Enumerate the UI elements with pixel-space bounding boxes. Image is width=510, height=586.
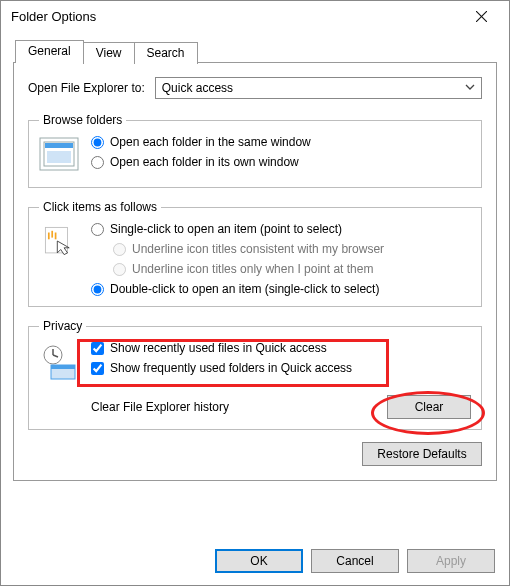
tab-search[interactable]: Search <box>134 42 198 64</box>
window-title: Folder Options <box>11 9 461 24</box>
radio-open-same-input[interactable] <box>91 136 104 149</box>
open-explorer-combo[interactable]: Quick access <box>155 77 482 99</box>
checkbox-recent-files[interactable]: Show recently used files in Quick access <box>91 341 471 355</box>
svg-rect-11 <box>51 365 75 369</box>
clear-button[interactable]: Clear <box>387 395 471 419</box>
restore-row: Restore Defaults <box>28 442 482 466</box>
radio-open-same-label: Open each folder in the same window <box>110 135 311 149</box>
restore-defaults-button[interactable]: Restore Defaults <box>362 442 482 466</box>
folder-options-dialog: Folder Options General View Search Open … <box>0 0 510 586</box>
client-area: General View Search Open File Explorer t… <box>1 31 509 539</box>
group-privacy-legend: Privacy <box>39 319 86 333</box>
checkbox-frequent-folders[interactable]: Show frequently used folders in Quick ac… <box>91 361 471 375</box>
radio-double-click-label: Double-click to open an item (single-cli… <box>110 282 379 296</box>
checkbox-frequent-folders-label: Show frequently used folders in Quick ac… <box>110 361 352 375</box>
svg-rect-4 <box>45 143 73 148</box>
checkbox-frequent-folders-input[interactable] <box>91 362 104 375</box>
radio-open-own-window[interactable]: Open each folder in its own window <box>91 155 471 169</box>
checkbox-recent-files-input[interactable] <box>91 342 104 355</box>
chevron-down-icon <box>465 81 475 95</box>
tab-strip: General View Search <box>15 39 497 62</box>
radio-underline-browser: Underline icon titles consistent with my… <box>113 242 471 256</box>
radio-open-own-input[interactable] <box>91 156 104 169</box>
close-button[interactable] <box>461 2 501 30</box>
tab-view[interactable]: View <box>83 42 135 64</box>
group-click-items: Click items as follows <box>28 200 482 307</box>
titlebar: Folder Options <box>1 1 509 31</box>
radio-underline-hover: Underline icon titles only when I point … <box>113 262 471 276</box>
radio-single-click-label: Single-click to open an item (point to s… <box>110 222 342 236</box>
tab-general[interactable]: General <box>15 40 84 63</box>
radio-underline-browser-label: Underline icon titles consistent with my… <box>132 242 384 256</box>
radio-open-same-window[interactable]: Open each folder in the same window <box>91 135 471 149</box>
cancel-button[interactable]: Cancel <box>311 549 399 573</box>
browse-icon <box>39 137 79 177</box>
radio-open-own-label: Open each folder in its own window <box>110 155 299 169</box>
radio-single-click-input[interactable] <box>91 223 104 236</box>
open-explorer-label: Open File Explorer to: <box>28 81 145 95</box>
clear-history-label: Clear File Explorer history <box>91 400 229 414</box>
radio-double-click[interactable]: Double-click to open an item (single-cli… <box>91 282 471 296</box>
tab-panel-general: Open File Explorer to: Quick access Brow… <box>13 62 497 481</box>
radio-single-click[interactable]: Single-click to open an item (point to s… <box>91 222 471 236</box>
group-browse-legend: Browse folders <box>39 113 126 127</box>
click-icon <box>39 224 79 264</box>
radio-underline-hover-label: Underline icon titles only when I point … <box>132 262 373 276</box>
radio-underline-hover-input <box>113 263 126 276</box>
dialog-footer: OK Cancel Apply <box>1 539 509 585</box>
checkbox-recent-files-label: Show recently used files in Quick access <box>110 341 327 355</box>
close-icon <box>476 11 487 22</box>
svg-rect-5 <box>47 151 71 163</box>
group-privacy: Privacy Show re <box>28 319 482 430</box>
radio-double-click-input[interactable] <box>91 283 104 296</box>
clear-history-row: Clear File Explorer history Clear <box>39 395 471 419</box>
group-click-legend: Click items as follows <box>39 200 161 214</box>
apply-button: Apply <box>407 549 495 573</box>
open-explorer-value: Quick access <box>162 81 233 95</box>
group-browse-folders: Browse folders Open each folde <box>28 113 482 188</box>
ok-button[interactable]: OK <box>215 549 303 573</box>
radio-underline-browser-input <box>113 243 126 256</box>
privacy-icon <box>39 343 79 383</box>
open-explorer-row: Open File Explorer to: Quick access <box>28 77 482 99</box>
